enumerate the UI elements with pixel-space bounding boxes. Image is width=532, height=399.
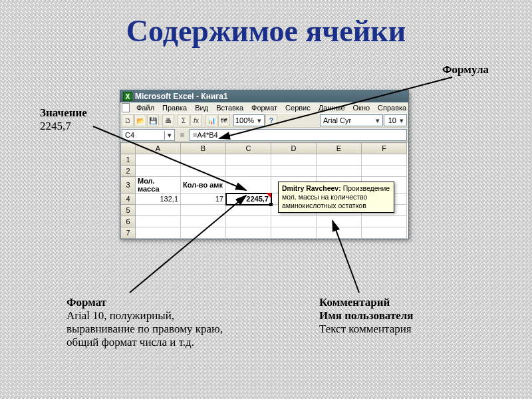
new-icon[interactable]: 🗋 [122, 114, 134, 126]
cell[interactable] [181, 166, 226, 177]
column-header-row: A B C D E F [121, 143, 407, 154]
col-header-d[interactable]: D [271, 143, 317, 154]
col-header-b[interactable]: B [181, 143, 226, 154]
cell-b3[interactable]: Кол-во амк [181, 177, 226, 194]
sum-icon[interactable]: Σ [178, 114, 190, 126]
print-icon[interactable]: 🖶 [162, 114, 174, 126]
cell-b4[interactable]: 17 [181, 194, 226, 205]
cell[interactable] [226, 177, 271, 194]
cell[interactable] [271, 227, 317, 239]
menu-file[interactable]: Файл [133, 103, 158, 112]
cell[interactable] [226, 154, 271, 166]
cell-comment-tooltip: Dmitry Ravcheev: Произведение мол. массы… [278, 182, 394, 213]
titlebar[interactable]: X Microsoft Excel - Книга1 [120, 90, 408, 102]
cell-c4-value: 2245,7 [246, 195, 269, 203]
cell[interactable] [226, 216, 271, 227]
dropdown-arrow-icon: ▾ [255, 116, 263, 125]
col-header-c[interactable]: C [226, 143, 271, 154]
cell[interactable] [226, 166, 271, 177]
menu-format[interactable]: Формат [248, 103, 281, 112]
callout-format-line1: Arial 10, полужирный, [66, 309, 223, 323]
cell[interactable] [362, 227, 407, 239]
cell[interactable] [136, 227, 181, 239]
cell[interactable] [271, 154, 317, 166]
font-size-select[interactable]: 10 ▾ [384, 114, 407, 126]
comment-author: Dmitry Ravcheev: [282, 184, 341, 192]
callout-value-heading: Значение [40, 106, 87, 120]
formula-text: =A4*B4 [193, 131, 218, 139]
cell[interactable] [317, 216, 362, 227]
formula-bar: C4 ▾ = =A4*B4 [120, 128, 408, 142]
cell-a3[interactable]: Мол. масса [136, 177, 181, 194]
fx-icon[interactable]: fx [190, 114, 202, 126]
row-header-5[interactable]: 5 [121, 205, 136, 216]
cell[interactable] [271, 216, 317, 227]
menubar: Файл Правка Вид Вставка Формат Сервис Да… [120, 102, 408, 113]
chart-icon[interactable]: 📊 [205, 114, 217, 126]
excel-window: X Microsoft Excel - Книга1 Файл Правка В… [120, 90, 409, 239]
row-header-6[interactable]: 6 [121, 216, 136, 227]
callout-comment-heading: Комментарий [319, 296, 414, 309]
cell[interactable] [136, 205, 181, 216]
font-name: Arial Cyr [322, 116, 374, 124]
callout-format-line2: выравнивание по правому краю, [66, 323, 223, 336]
help-icon[interactable]: ? [265, 114, 277, 126]
col-header-a[interactable]: A [136, 143, 181, 154]
document-icon [122, 103, 130, 112]
comment-indicator-icon [266, 193, 271, 198]
row-header-3[interactable]: 3 [121, 177, 136, 194]
cell-c4-active[interactable]: 2245,7 [226, 194, 271, 205]
cell[interactable] [271, 166, 317, 177]
col-header-e[interactable]: E [317, 143, 362, 154]
callout-value-text: 2245,7 [40, 120, 87, 133]
menu-window[interactable]: Окно [350, 103, 374, 112]
cell[interactable] [136, 154, 181, 166]
row-header-2[interactable]: 2 [121, 166, 136, 177]
cell[interactable] [317, 166, 362, 177]
cell[interactable] [181, 154, 226, 166]
zoom-select[interactable]: 100% ▾ [233, 114, 265, 126]
cell[interactable] [317, 154, 362, 166]
font-size: 10 [386, 116, 398, 124]
menu-tools[interactable]: Сервис [282, 103, 314, 112]
cell[interactable] [226, 205, 271, 216]
cell[interactable] [362, 216, 407, 227]
row-header-4[interactable]: 4 [121, 194, 136, 205]
select-all-corner[interactable] [121, 143, 136, 154]
name-box[interactable]: C4 ▾ [122, 129, 175, 141]
cell[interactable] [362, 154, 407, 166]
map-icon[interactable]: 🗺 [218, 114, 230, 126]
cell[interactable] [136, 166, 181, 177]
callout-comment-line1: Имя пользователя [319, 309, 414, 323]
save-icon[interactable]: 💾 [147, 114, 159, 126]
titlebar-text: Microsoft Excel - Книга1 [135, 92, 228, 101]
excel-logo-icon: X [123, 92, 132, 101]
menu-insert[interactable]: Вставка [213, 103, 247, 112]
zoom-value: 100% [235, 116, 255, 124]
menu-view[interactable]: Вид [192, 103, 211, 112]
cell[interactable] [226, 227, 271, 239]
col-header-f[interactable]: F [362, 143, 407, 154]
menu-edit[interactable]: Правка [159, 103, 190, 112]
equals-label: = [177, 131, 188, 139]
menu-data[interactable]: Данные [315, 103, 348, 112]
callout-format: Формат Arial 10, полужирный, выравнивани… [66, 296, 223, 349]
formula-input[interactable]: =A4*B4 [190, 129, 407, 141]
dropdown-arrow-icon: ▾ [164, 131, 172, 140]
callout-format-heading: Формат [66, 296, 223, 309]
open-icon[interactable]: 📂 [134, 114, 146, 126]
cell[interactable] [181, 216, 226, 227]
row-header-1[interactable]: 1 [121, 154, 136, 166]
callout-formula: Формула [442, 63, 489, 76]
cell[interactable] [317, 227, 362, 239]
cell[interactable] [181, 205, 226, 216]
row-header-7[interactable]: 7 [121, 227, 136, 239]
cell[interactable] [181, 227, 226, 239]
callout-format-line3: общий формат числа и т.д. [66, 336, 223, 349]
cell-a4[interactable]: 132,1 [136, 194, 181, 205]
callout-comment-line2: Текст комментария [319, 323, 414, 336]
font-select[interactable]: Arial Cyr ▾ [320, 114, 383, 126]
menu-help[interactable]: Справка [374, 103, 410, 112]
cell[interactable] [136, 216, 181, 227]
cell[interactable] [362, 166, 407, 177]
